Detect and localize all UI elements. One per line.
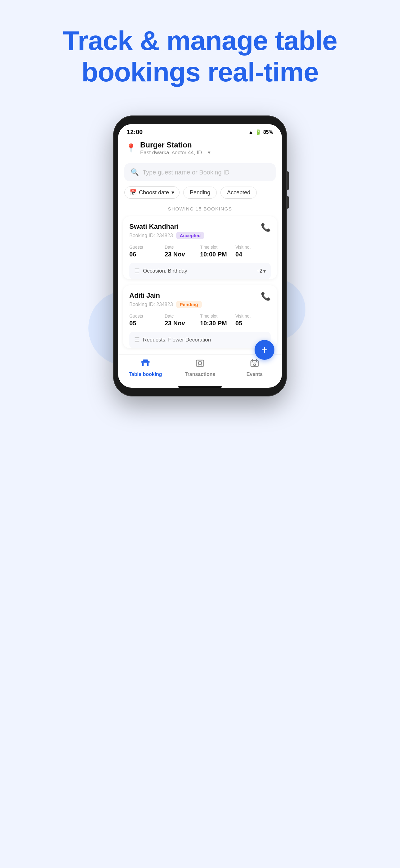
date-filter-label: Choost date xyxy=(139,189,169,196)
booking-id-text: Booking ID: 234823 xyxy=(129,302,173,307)
hero-title: Track & manage table bookings real-time xyxy=(0,0,400,106)
date-value: 23 Nov xyxy=(165,320,200,327)
guest-name: Swati Kandhari xyxy=(129,223,204,231)
svg-rect-4 xyxy=(196,360,204,366)
booking-details: Guests 05 Date 23 Nov Time slot 10:30 PM xyxy=(129,314,271,327)
status-badge: Pending xyxy=(176,301,202,308)
requests-text: Requests: Flower Decoration xyxy=(143,337,211,343)
call-icon[interactable]: 📞 xyxy=(261,223,271,232)
requests-left: ☰ Requests: Flower Decoration xyxy=(134,336,211,344)
guest-info: Aditi Jain Booking ID: 234823 Pending xyxy=(129,291,202,308)
guests-detail: Guests 05 xyxy=(129,314,165,327)
nav-table-booking-label: Table booking xyxy=(129,372,162,377)
visitno-value: 04 xyxy=(235,251,271,258)
occasion-text: Occasion: Birthday xyxy=(143,268,187,274)
pending-filter-button[interactable]: Pending xyxy=(183,187,217,199)
events-icon xyxy=(249,359,260,370)
svg-rect-0 xyxy=(141,361,150,363)
timeslot-detail: Time slot 10:00 PM xyxy=(200,245,235,258)
calendar-icon: 📅 xyxy=(130,189,136,196)
status-badge: Accepted xyxy=(176,232,205,239)
home-indicator xyxy=(178,386,222,388)
filters-row: 📅 Choost date ▾ Pending Accepted xyxy=(118,186,282,203)
guests-label: Guests xyxy=(129,245,165,250)
occasion-row[interactable]: ☰ Occasion: Birthday +2 ▾ xyxy=(129,263,271,279)
bookings-count: SHOWING 15 BOOKINGS xyxy=(118,203,282,216)
requests-row[interactable]: ☰ Requests: Flower Decoration xyxy=(129,332,271,348)
battery-percent: 85% xyxy=(263,129,273,135)
card-header: Aditi Jain Booking ID: 234823 Pending 📞 xyxy=(129,291,271,308)
nav-transactions[interactable]: Transactions xyxy=(173,359,227,377)
booking-id-row: Booking ID: 234823 Pending xyxy=(129,301,202,308)
chevron-down-icon: ▾ xyxy=(263,268,266,274)
timeslot-detail: Time slot 10:30 PM xyxy=(200,314,235,327)
card-header: Swati Kandhari Booking ID: 234823 Accept… xyxy=(129,223,271,239)
chevron-down-icon: ▾ xyxy=(171,189,174,196)
booking-id-text: Booking ID: 234823 xyxy=(129,233,173,239)
svg-rect-2 xyxy=(147,363,148,366)
search-icon: 🔍 xyxy=(131,168,139,176)
svg-rect-1 xyxy=(142,363,143,366)
status-icons: ▲ 🔋 85% xyxy=(248,129,273,135)
wifi-icon: ▲ xyxy=(248,129,253,135)
battery-icon: 🔋 xyxy=(255,129,261,135)
call-icon[interactable]: 📞 xyxy=(261,291,271,301)
date-value: 23 Nov xyxy=(165,251,200,258)
nav-table-booking[interactable]: Table booking xyxy=(118,359,173,377)
timeslot-value: 10:00 PM xyxy=(200,251,235,258)
visitno-detail: Visit no. 05 xyxy=(235,314,271,327)
svg-rect-3 xyxy=(143,360,148,361)
visitno-label: Visit no. xyxy=(235,314,271,318)
notes-icon: ☰ xyxy=(134,336,140,344)
chevron-down-icon[interactable]: ▾ xyxy=(208,149,210,156)
guests-label: Guests xyxy=(129,314,165,318)
nav-events-label: Events xyxy=(246,372,263,377)
expand-button[interactable]: +2 ▾ xyxy=(257,268,266,274)
bottom-nav: Table booking Transactions xyxy=(118,354,282,383)
visitno-label: Visit no. xyxy=(235,245,271,250)
restaurant-address: East dwarka, sector 44, ID... ▾ xyxy=(140,149,210,156)
date-detail: Date 23 Nov xyxy=(165,314,200,327)
guests-detail: Guests 06 xyxy=(129,245,165,258)
booking-id-row: Booking ID: 234823 Accepted xyxy=(129,232,204,239)
search-bar[interactable]: 🔍 Type guest name or Booking ID xyxy=(124,163,276,181)
location-pin-icon: 📍 xyxy=(126,143,136,153)
phone-mockup: 12:00 ▲ 🔋 85% 📍 Burger Station East dwar… xyxy=(113,116,287,397)
transactions-icon xyxy=(195,359,205,370)
table-booking-icon xyxy=(140,359,151,370)
timeslot-label: Time slot xyxy=(200,245,235,250)
guests-value: 06 xyxy=(129,251,165,258)
location-header: 📍 Burger Station East dwarka, sector 44,… xyxy=(118,138,282,161)
search-placeholder: Type guest name or Booking ID xyxy=(143,169,229,176)
date-filter-button[interactable]: 📅 Choost date ▾ xyxy=(124,186,179,199)
nav-transactions-label: Transactions xyxy=(185,372,215,377)
guest-info: Swati Kandhari Booking ID: 234823 Accept… xyxy=(129,223,204,239)
date-label: Date xyxy=(165,245,200,250)
booking-card: Swati Kandhari Booking ID: 234823 Accept… xyxy=(123,216,277,279)
timeslot-value: 10:30 PM xyxy=(200,320,235,327)
date-label: Date xyxy=(165,314,200,318)
svg-rect-12 xyxy=(254,364,256,365)
booking-details: Guests 06 Date 23 Nov Time slot 10:00 PM xyxy=(129,245,271,258)
status-bar: 12:00 ▲ 🔋 85% xyxy=(118,124,282,138)
phone-screen: 12:00 ▲ 🔋 85% 📍 Burger Station East dwar… xyxy=(118,124,282,388)
visitno-detail: Visit no. 04 xyxy=(235,245,271,258)
status-time: 12:00 xyxy=(127,128,143,136)
visitno-value: 05 xyxy=(235,320,271,327)
occasion-left: ☰ Occasion: Birthday xyxy=(134,267,187,275)
guest-name: Aditi Jain xyxy=(129,291,202,300)
nav-events[interactable]: Events xyxy=(227,359,282,377)
guests-value: 05 xyxy=(129,320,165,327)
timeslot-label: Time slot xyxy=(200,314,235,318)
svg-point-5 xyxy=(198,362,202,365)
fab-add-button[interactable]: + xyxy=(255,340,274,360)
booking-card: Aditi Jain Booking ID: 234823 Pending 📞 … xyxy=(123,285,277,348)
location-info: Burger Station East dwarka, sector 44, I… xyxy=(140,141,210,156)
date-detail: Date 23 Nov xyxy=(165,245,200,258)
phone-frame: 12:00 ▲ 🔋 85% 📍 Burger Station East dwar… xyxy=(113,116,287,397)
accepted-filter-button[interactable]: Accepted xyxy=(221,187,257,199)
restaurant-name: Burger Station xyxy=(140,141,210,149)
notes-icon: ☰ xyxy=(134,267,140,275)
extra-count: +2 xyxy=(257,268,262,274)
